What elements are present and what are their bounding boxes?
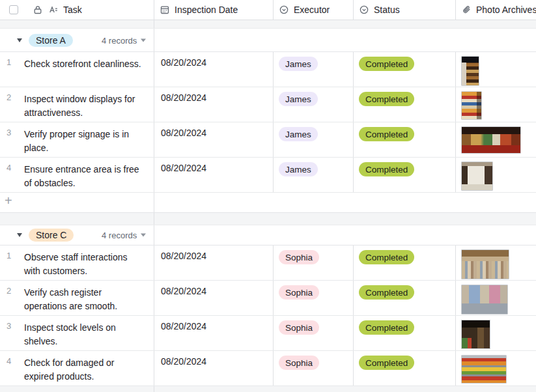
text-field-icon <box>48 5 59 15</box>
photo-cell[interactable] <box>456 158 536 192</box>
table-row: 2 Inspect window displays for attractive… <box>0 87 536 122</box>
photo-cell[interactable] <box>456 316 536 350</box>
group-name-pill: Store A <box>29 34 73 47</box>
executor-cell[interactable]: Sophia <box>274 351 354 385</box>
column-divider <box>154 213 154 225</box>
column-divider <box>154 20 154 28</box>
group-header-store-c: Store C 4 records <box>0 225 536 245</box>
table-row: 1 Observe staff interactions with custom… <box>0 245 536 281</box>
task-cell[interactable]: 1 Observe staff interactions with custom… <box>0 245 154 280</box>
row-number: 4 <box>0 351 24 385</box>
task-cell[interactable]: 1 Check storefront cleanliness. <box>0 52 154 87</box>
date-cell[interactable]: 08/20/2024 <box>154 87 274 122</box>
task-text: Ensure entrance area is free of obstacle… <box>24 158 154 192</box>
photo-thumbnail[interactable] <box>461 91 482 120</box>
photo-cell[interactable] <box>456 122 536 157</box>
task-text: Check storefront cleanliness. <box>24 52 149 87</box>
column-header-inspection-date[interactable]: Inspection Date <box>154 0 274 20</box>
date-cell[interactable]: 08/20/2024 <box>154 245 274 280</box>
column-label-photo-archives: Photo Archives <box>476 5 536 15</box>
date-cell[interactable]: 08/20/2024 <box>154 316 274 350</box>
status-badge: Completed <box>359 127 414 141</box>
photo-cell[interactable] <box>456 245 536 280</box>
status-cell[interactable]: Completed <box>354 281 456 315</box>
photo-thumbnail[interactable] <box>461 285 508 315</box>
collapse-group-icon[interactable] <box>17 233 22 237</box>
task-cell[interactable]: 4 Ensure entrance area is free of obstac… <box>0 158 154 192</box>
paperclip-icon <box>461 5 472 15</box>
status-cell[interactable]: Completed <box>354 316 456 350</box>
group-gap-band <box>0 386 536 392</box>
column-divider <box>154 29 154 51</box>
task-cell[interactable]: 2 Verify cash register operations are sm… <box>0 281 154 315</box>
group-gap-band <box>0 213 536 225</box>
status-badge: Completed <box>359 162 414 176</box>
photo-thumbnail[interactable] <box>461 161 493 191</box>
status-badge: Completed <box>359 285 414 300</box>
row-number: 3 <box>0 316 24 350</box>
status-cell[interactable]: Completed <box>354 351 456 385</box>
column-header-photo-archives[interactable]: Photo Archives <box>456 0 536 20</box>
chevron-down-icon <box>141 234 146 237</box>
date-cell[interactable]: 08/20/2024 <box>154 281 274 315</box>
task-cell[interactable]: 4 Check for damaged or expired products. <box>0 351 154 385</box>
records-count-dropdown[interactable]: 4 records <box>102 35 146 45</box>
single-select-icon <box>279 5 289 15</box>
photo-cell[interactable] <box>456 281 536 315</box>
photo-thumbnail[interactable] <box>461 320 490 349</box>
row-number: 1 <box>0 52 24 87</box>
column-header-task[interactable]: Task <box>0 0 154 20</box>
task-cell[interactable]: 3 Inspect stock levels on shelves. <box>0 316 154 350</box>
date-cell[interactable]: 08/20/2024 <box>154 122 274 157</box>
records-count-label: 4 records <box>102 35 137 45</box>
photo-thumbnail[interactable] <box>461 56 479 86</box>
records-count-dropdown[interactable]: 4 records <box>102 231 146 240</box>
column-header-status[interactable]: Status <box>354 0 456 20</box>
column-label-task: Task <box>63 5 82 15</box>
table-row: 3 Inspect stock levels on shelves. 08/20… <box>0 316 536 351</box>
date-cell[interactable]: 08/20/2024 <box>154 158 274 192</box>
photo-thumbnail[interactable] <box>461 126 521 154</box>
group-name-pill: Store C <box>29 229 74 242</box>
status-cell[interactable]: Completed <box>354 122 456 157</box>
date-value: 08/20/2024 <box>161 128 206 138</box>
chevron-down-icon <box>141 38 146 42</box>
column-label-executor: Executor <box>294 5 330 15</box>
task-text: Inspect window displays for attractivene… <box>24 87 154 122</box>
select-all-checkbox[interactable] <box>9 5 18 14</box>
column-divider <box>154 225 154 245</box>
date-value: 08/20/2024 <box>161 286 206 296</box>
executor-cell[interactable]: James <box>274 122 354 157</box>
photo-cell[interactable] <box>456 87 536 122</box>
executor-cell[interactable]: Sophia <box>274 245 354 280</box>
status-cell[interactable]: Completed <box>354 245 456 280</box>
executor-cell[interactable]: James <box>274 52 354 87</box>
date-cell[interactable]: 08/20/2024 <box>154 351 274 385</box>
date-value: 08/20/2024 <box>161 251 206 261</box>
column-header-row: Task Inspection Date <box>0 0 536 20</box>
column-header-executor[interactable]: Executor <box>274 0 354 20</box>
executor-cell[interactable]: James <box>274 158 354 192</box>
status-badge: Completed <box>359 250 414 264</box>
executor-cell[interactable]: Sophia <box>274 316 354 350</box>
photo-cell[interactable] <box>456 52 536 87</box>
status-badge: Completed <box>359 92 414 106</box>
status-cell[interactable]: Completed <box>354 158 456 192</box>
row-number: 2 <box>0 281 24 315</box>
status-cell[interactable]: Completed <box>354 87 456 122</box>
add-record-row[interactable]: + <box>0 193 536 213</box>
status-cell[interactable]: Completed <box>354 52 456 87</box>
plus-icon[interactable]: + <box>5 193 12 208</box>
photo-thumbnail[interactable] <box>461 355 507 384</box>
executor-cell[interactable]: Sophia <box>274 281 354 315</box>
status-badge: Completed <box>359 356 414 370</box>
single-select-icon <box>359 5 369 15</box>
photo-cell[interactable] <box>456 351 536 385</box>
date-cell[interactable]: 08/20/2024 <box>154 52 274 87</box>
collapse-group-icon[interactable] <box>17 38 22 42</box>
task-cell[interactable]: 3 Verify proper signage is in place. <box>0 122 154 157</box>
executor-cell[interactable]: James <box>274 87 354 122</box>
executor-pill: James <box>279 57 318 71</box>
photo-thumbnail[interactable] <box>461 249 509 279</box>
task-cell[interactable]: 2 Inspect window displays for attractive… <box>0 87 154 122</box>
